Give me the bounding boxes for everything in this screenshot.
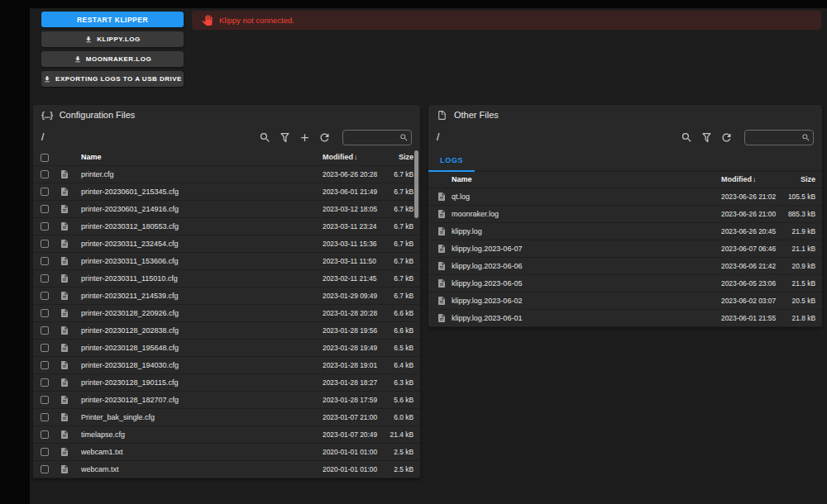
row-checkbox[interactable]: [41, 413, 49, 421]
config-file-row[interactable]: printer.cfg 2023-06-26 20:28 6.7 kB: [33, 165, 420, 183]
file-size: 6.6 kB: [384, 321, 420, 339]
row-checkbox[interactable]: [41, 240, 49, 248]
file-modified: 2023-02-11 21:45: [323, 269, 384, 287]
file-size: 2.5 kB: [384, 443, 420, 460]
file-modified: 2023-06-26 20:28: [323, 165, 384, 183]
file-size: 6.7 kB: [384, 269, 420, 287]
other-file-row[interactable]: klippy.log.2023-06-05 2023-06-05 23:06 2…: [428, 274, 822, 292]
config-file-row[interactable]: printer-20230312_180553.cfg 2023-03-11 2…: [33, 217, 420, 235]
row-checkbox[interactable]: [41, 465, 49, 473]
row-checkbox[interactable]: [41, 430, 49, 439]
file-icon: [60, 291, 69, 301]
other-search-button[interactable]: [678, 129, 695, 145]
row-checkbox[interactable]: [41, 205, 49, 213]
row-checkbox[interactable]: [41, 361, 49, 369]
row-checkbox[interactable]: [41, 309, 49, 317]
download-icon: [74, 55, 82, 64]
file-modified: 2023-03-12 18:05: [323, 200, 384, 217]
download-moonraker-log-button[interactable]: MOONRAKER.LOG: [41, 51, 184, 67]
file-name: printer-20230128_220926.cfg: [81, 304, 323, 321]
hand-stop-icon: [202, 15, 213, 26]
file-icon: [437, 296, 447, 306]
config-file-row[interactable]: printer-20230311_153606.cfg 2023-03-11 1…: [33, 252, 420, 269]
config-file-row[interactable]: printer-20230311_232454.cfg 2023-03-11 1…: [33, 235, 420, 252]
other-file-row[interactable]: klippy.log.2023-06-02 2023-06-02 03:07 2…: [428, 292, 822, 309]
config-add-file-button[interactable]: [296, 129, 313, 145]
row-checkbox[interactable]: [41, 448, 49, 456]
config-file-row[interactable]: printer-20230311_115010.cfg 2023-02-11 2…: [33, 269, 420, 287]
magnify-icon: [801, 133, 810, 142]
other-search-input[interactable]: [749, 133, 801, 141]
row-checkbox[interactable]: [41, 257, 49, 265]
config-search-input[interactable]: [347, 133, 399, 141]
row-checkbox[interactable]: [41, 378, 49, 387]
plus-icon: [299, 131, 311, 144]
file-modified: 2023-06-26 21:02: [721, 188, 784, 205]
export-logs-usb-button[interactable]: EXPORTING LOGS TO A USB DRIVE: [41, 71, 184, 87]
config-file-row[interactable]: printer-20230128_190115.cfg 2023-01-28 1…: [33, 373, 420, 391]
config-search-box: [342, 130, 412, 145]
config-filter-button[interactable]: [276, 129, 293, 145]
config-file-row[interactable]: timelapse.cfg 2023-01-07 20:49 21.4 kB: [33, 426, 420, 443]
name-column-header[interactable]: Name: [452, 172, 721, 188]
config-refresh-button[interactable]: [316, 129, 332, 145]
config-file-row[interactable]: webcam1.txt 2020-01-01 01:00 2.5 kB: [33, 443, 420, 460]
modified-column-header[interactable]: Modified↓: [323, 150, 384, 165]
file-size: 21.9 kB: [784, 222, 822, 240]
file-modified: 2023-06-26 21:00: [721, 205, 784, 222]
config-file-row[interactable]: printer-20230128_202838.cfg 2023-01-28 1…: [33, 321, 420, 339]
name-column-header[interactable]: Name: [81, 150, 323, 165]
other-table-body: qt.log 2023-06-26 21:02 105.5 kB moonrak…: [428, 188, 822, 326]
restart-klipper-button[interactable]: RESTART KLIPPER: [41, 12, 184, 27]
tab-logs[interactable]: LOGS: [428, 150, 475, 172]
file-icon: [437, 261, 447, 271]
row-checkbox[interactable]: [41, 344, 49, 352]
row-checkbox[interactable]: [41, 188, 49, 196]
file-modified: 2023-06-02 03:07: [721, 292, 784, 309]
config-file-row[interactable]: printer-20230128_220926.cfg 2023-01-28 2…: [33, 304, 420, 321]
file-size: 20.5 kB: [784, 292, 822, 309]
other-filter-button[interactable]: [698, 129, 715, 145]
file-name: klippy.log.2023-06-07: [452, 240, 721, 257]
config-current-path[interactable]: /: [41, 131, 44, 143]
file-name: printer-20230311_232454.cfg: [81, 235, 323, 252]
other-file-row[interactable]: klippy.log.2023-06-06 2023-06-06 21:42 2…: [428, 257, 822, 274]
file-size: 6.5 kB: [384, 339, 420, 356]
row-checkbox[interactable]: [41, 170, 49, 178]
config-file-row[interactable]: printer-20230211_214539.cfg 2023-01-29 0…: [33, 287, 420, 304]
file-icon: [60, 378, 69, 388]
config-file-row[interactable]: printer-20230601_215345.cfg 2023-06-01 2…: [33, 183, 420, 200]
modified-column-header[interactable]: Modified↓: [721, 172, 784, 188]
config-file-row[interactable]: Printer_bak_single.cfg 2023-01-07 21:00 …: [33, 408, 420, 426]
other-file-row[interactable]: klippy.log 2023-06-26 20:45 21.9 kB: [428, 222, 822, 240]
other-file-row[interactable]: qt.log 2023-06-26 21:02 105.5 kB: [428, 188, 822, 205]
row-checkbox[interactable]: [41, 326, 49, 335]
config-file-row[interactable]: printer-20230128_182707.cfg 2023-01-28 1…: [33, 391, 420, 408]
config-file-row[interactable]: printer-20230128_194030.cfg 2023-01-28 1…: [33, 356, 420, 373]
other-current-path[interactable]: /: [437, 131, 439, 143]
other-file-row[interactable]: moonraker.log 2023-06-26 21:00 885.3 kB: [428, 205, 822, 222]
file-size: 6.0 kB: [384, 408, 420, 426]
file-size: 21.5 kB: [784, 274, 822, 292]
row-checkbox[interactable]: [41, 222, 49, 231]
row-checkbox[interactable]: [41, 274, 49, 283]
row-checkbox[interactable]: [41, 396, 49, 404]
file-name: printer-20230128_195648.cfg: [81, 339, 323, 356]
config-file-row[interactable]: printer-20230128_195648.cfg 2023-01-28 1…: [33, 339, 420, 356]
size-column-header[interactable]: Size: [784, 172, 822, 188]
magnify-icon: [681, 131, 693, 144]
row-checkbox[interactable]: [41, 292, 49, 300]
file-icon: [437, 226, 447, 236]
select-all-checkbox[interactable]: [41, 154, 49, 162]
other-panel-title: Other Files: [454, 110, 499, 120]
scrollbar-thumb[interactable]: [414, 150, 418, 218]
config-file-row[interactable]: printer-20230601_214916.cfg 2023-03-12 1…: [33, 200, 420, 217]
config-search-button[interactable]: [256, 129, 273, 145]
other-refresh-button[interactable]: [718, 129, 734, 145]
config-panel-title: Configuration Files: [60, 110, 136, 120]
download-klippy-log-button[interactable]: KLIPPY.LOG: [41, 31, 184, 47]
code-braces-icon: {...}: [41, 111, 53, 120]
other-file-row[interactable]: klippy.log.2023-06-07 2023-06-07 06:46 2…: [428, 240, 822, 257]
other-file-row[interactable]: klippy.log.2023-06-01 2023-06-01 21:55 2…: [428, 309, 822, 326]
config-file-row[interactable]: webcam.txt 2020-01-01 01:00 2.5 kB: [33, 460, 420, 478]
